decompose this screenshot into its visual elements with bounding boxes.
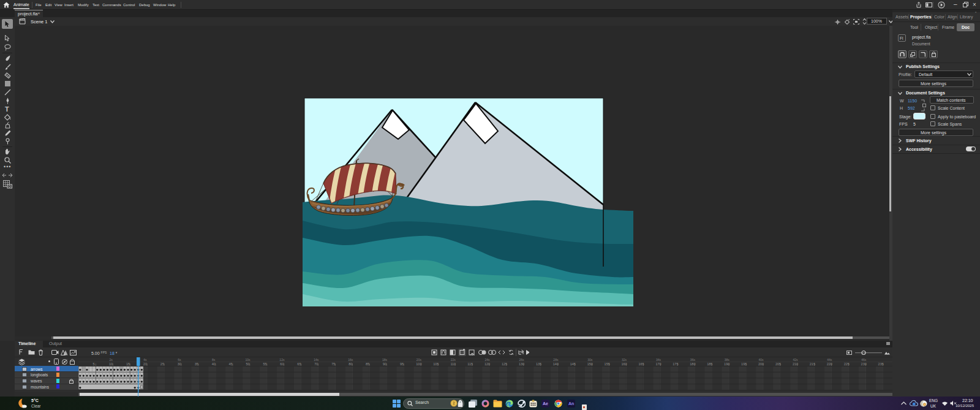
svg-text:40: 40 (212, 362, 216, 366)
svg-text:5: 5 (93, 362, 95, 366)
svg-text:95: 95 (400, 362, 404, 366)
svg-text:160: 160 (622, 362, 627, 366)
svg-text:215: 215 (810, 362, 815, 366)
svg-text:60: 60 (280, 362, 284, 366)
svg-text:120: 120 (484, 362, 490, 366)
svg-text:65: 65 (297, 362, 301, 366)
svg-text:175: 175 (673, 362, 678, 366)
svg-text:35: 35 (195, 362, 198, 366)
svg-text:230: 230 (861, 362, 867, 366)
svg-text:14s: 14s (314, 358, 319, 362)
svg-text:130: 130 (519, 362, 524, 366)
svg-text:200: 200 (758, 362, 764, 366)
svg-text:225: 225 (844, 362, 850, 366)
svg-text:170: 170 (655, 362, 661, 366)
svg-text:20: 20 (143, 362, 147, 366)
svg-text:70: 70 (314, 362, 318, 366)
svg-text:45: 45 (229, 362, 233, 366)
svg-text:20s: 20s (417, 358, 422, 362)
svg-text:4s: 4s (143, 358, 147, 362)
svg-text:22s: 22s (451, 358, 456, 362)
svg-text:25: 25 (160, 362, 164, 366)
svg-text:24s: 24s (485, 358, 491, 362)
svg-text:38s: 38s (725, 358, 730, 362)
svg-text:75: 75 (331, 362, 335, 366)
svg-text:165: 165 (639, 362, 644, 366)
svg-text:80: 80 (349, 362, 352, 366)
svg-text:195: 195 (741, 362, 747, 366)
svg-text:115: 115 (467, 362, 473, 366)
svg-text:50: 50 (246, 362, 250, 366)
svg-text:26s: 26s (519, 358, 524, 362)
svg-text:36s: 36s (690, 358, 696, 362)
svg-text:105: 105 (433, 362, 439, 366)
svg-text:16s: 16s (348, 358, 353, 362)
svg-text:125: 125 (502, 362, 507, 366)
svg-text:220: 220 (827, 362, 832, 366)
svg-text:6s: 6s (178, 358, 181, 362)
svg-text:235: 235 (878, 362, 884, 366)
svg-text:44s: 44s (827, 358, 832, 362)
svg-text:85: 85 (366, 362, 369, 366)
svg-text:40s: 40s (759, 358, 764, 362)
svg-text:12s: 12s (279, 358, 285, 362)
svg-text:42s: 42s (793, 358, 798, 362)
svg-text:150: 150 (587, 362, 593, 366)
svg-text:205: 205 (775, 362, 781, 366)
svg-text:155: 155 (605, 362, 610, 366)
svg-text:110: 110 (450, 362, 456, 366)
svg-text:100: 100 (416, 362, 421, 366)
svg-text:30: 30 (178, 362, 181, 366)
svg-text:15: 15 (126, 362, 130, 366)
svg-text:30s: 30s (587, 358, 593, 362)
svg-text:46s: 46s (861, 358, 867, 362)
svg-text:32s: 32s (622, 358, 627, 362)
svg-text:55: 55 (263, 362, 266, 366)
svg-text:10s: 10s (246, 358, 251, 362)
svg-text:145: 145 (570, 362, 576, 366)
svg-text:140: 140 (553, 362, 559, 366)
svg-text:18s: 18s (382, 358, 388, 362)
svg-text:10: 10 (109, 362, 113, 366)
svg-text:185: 185 (707, 362, 712, 366)
svg-text:210: 210 (793, 362, 798, 366)
svg-text:34s: 34s (656, 358, 662, 362)
svg-text:28s: 28s (553, 358, 559, 362)
svg-text:2s: 2s (109, 358, 113, 362)
svg-text:135: 135 (536, 362, 541, 366)
svg-text:90: 90 (383, 362, 386, 366)
svg-text:190: 190 (724, 362, 729, 366)
svg-text:8s: 8s (212, 358, 216, 362)
svg-text:180: 180 (690, 362, 695, 366)
